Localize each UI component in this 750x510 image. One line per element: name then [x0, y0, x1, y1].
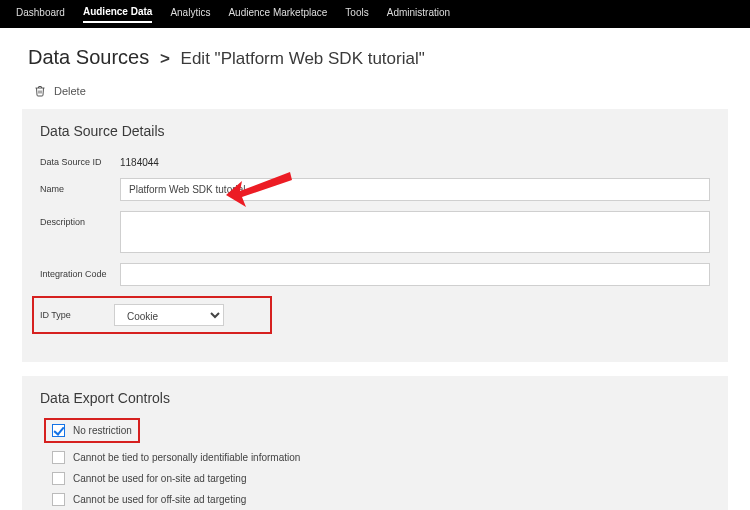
- label-description: Description: [40, 211, 120, 227]
- export-option-pii[interactable]: Cannot be tied to personally identifiabl…: [52, 451, 710, 464]
- id-type-select[interactable]: Cookie: [114, 304, 224, 326]
- checkbox-onsite-ad[interactable]: [52, 472, 65, 485]
- breadcrumb-leaf: Edit "Platform Web SDK tutorial": [181, 49, 425, 68]
- nav-dashboard[interactable]: Dashboard: [16, 7, 65, 22]
- label-onsite-ad: Cannot be used for on-site ad targeting: [73, 473, 246, 484]
- data-source-details-panel: Data Source Details Data Source ID 11840…: [22, 109, 728, 362]
- nav-tools[interactable]: Tools: [345, 7, 368, 22]
- row-id-type: ID Type Cookie: [32, 296, 272, 334]
- export-option-offsite-ad[interactable]: Cannot be used for off-site ad targeting: [52, 493, 710, 506]
- breadcrumb: Data Sources > Edit "Platform Web SDK tu…: [0, 28, 750, 73]
- row-description: Description: [40, 211, 710, 253]
- label-offsite-ad: Cannot be used for off-site ad targeting: [73, 494, 246, 505]
- label-integration-code: Integration Code: [40, 263, 120, 279]
- row-integration-code: Integration Code: [40, 263, 710, 286]
- export-option-no-restriction[interactable]: No restriction: [44, 418, 140, 443]
- nav-analytics[interactable]: Analytics: [170, 7, 210, 22]
- name-input[interactable]: [120, 178, 710, 201]
- value-id: 1184044: [120, 151, 159, 168]
- label-name: Name: [40, 178, 120, 194]
- details-title: Data Source Details: [40, 123, 710, 139]
- label-id-type: ID Type: [40, 304, 114, 320]
- nav-administration[interactable]: Administration: [387, 7, 450, 22]
- export-title: Data Export Controls: [40, 390, 710, 406]
- export-option-onsite-ad[interactable]: Cannot be used for on-site ad targeting: [52, 472, 710, 485]
- checkbox-no-restriction[interactable]: [52, 424, 65, 437]
- nav-audience-data[interactable]: Audience Data: [83, 6, 152, 23]
- trash-icon: [34, 85, 46, 97]
- nav-audience-marketplace[interactable]: Audience Marketplace: [228, 7, 327, 22]
- label-pii: Cannot be tied to personally identifiabl…: [73, 452, 300, 463]
- delete-label: Delete: [54, 85, 86, 97]
- description-input[interactable]: [120, 211, 710, 253]
- delete-action[interactable]: Delete: [0, 73, 750, 109]
- label-no-restriction: No restriction: [73, 425, 132, 436]
- top-nav: Dashboard Audience Data Analytics Audien…: [0, 0, 750, 28]
- breadcrumb-root[interactable]: Data Sources: [28, 46, 149, 68]
- checkbox-pii[interactable]: [52, 451, 65, 464]
- label-id: Data Source ID: [40, 151, 120, 167]
- row-id: Data Source ID 1184044: [40, 151, 710, 168]
- data-export-controls-panel: Data Export Controls No restriction Cann…: [22, 376, 728, 510]
- breadcrumb-separator: >: [160, 49, 170, 68]
- row-name: Name: [40, 178, 710, 201]
- integration-code-input[interactable]: [120, 263, 710, 286]
- checkbox-offsite-ad[interactable]: [52, 493, 65, 506]
